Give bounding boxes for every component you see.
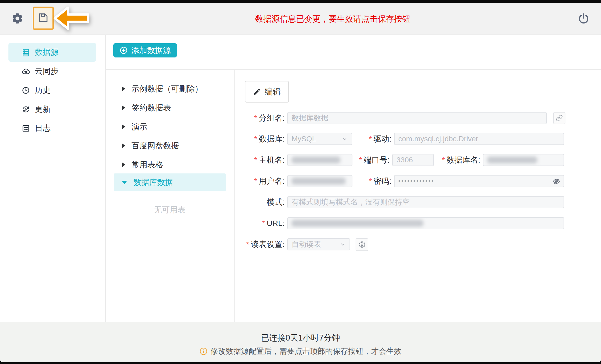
chevron-right-icon[interactable]: [122, 162, 125, 167]
tree-item-label: 示例数据（可删除）: [132, 84, 203, 94]
username-label: * 用户名:: [235, 175, 285, 187]
unsaved-changes-alert: 数据源信息已变更，要生效请点击保存按钮: [255, 14, 410, 23]
sidebar-item-log[interactable]: 日志: [8, 119, 96, 138]
chevron-right-icon[interactable]: [122, 124, 125, 129]
required-asterisk: *: [246, 240, 249, 249]
sidebar-item-datasource[interactable]: 数据源: [8, 43, 96, 62]
sidebar-item-label: 历史: [35, 85, 51, 96]
tree-item-label: 常用表格: [132, 159, 163, 170]
chevron-right-icon[interactable]: [122, 105, 125, 110]
read-table-select[interactable]: 自动读表: [287, 238, 350, 250]
tree-item-label: 数据库数据: [133, 177, 173, 188]
save-icon: [37, 12, 49, 25]
sidebar-item-label: 云同步: [35, 66, 59, 77]
tree-item-database-data[interactable]: 数据库数据: [114, 173, 226, 191]
tree-item-sample-data[interactable]: 示例数据（可删除）: [114, 81, 226, 97]
chevron-down-icon[interactable]: [122, 181, 127, 184]
redacted-value: [487, 157, 537, 163]
app-window: 数据源信息已变更，要生效请点击保存按钮 数据源 云同步 历史 更新 日志: [0, 3, 601, 362]
host-label: * 主机名:: [235, 154, 285, 166]
tree-item-label: 签约数据表: [132, 103, 171, 113]
sidebar-item-label: 数据源: [35, 47, 59, 58]
driver-input[interactable]: com.mysql.cj.jdbc.Driver: [394, 133, 564, 145]
history-icon: [22, 86, 30, 95]
add-datasource-button[interactable]: 添加数据源: [113, 43, 177, 57]
tree-item-common-tables[interactable]: 常用表格: [114, 157, 226, 173]
tree-item-label: 百度网盘数据: [132, 140, 179, 151]
sidebar-item-label: 更新: [35, 104, 51, 115]
arrow-left-icon: [52, 5, 91, 32]
redacted-value: [292, 220, 423, 227]
top-header: 数据源信息已变更，要生效请点击保存按钮: [0, 3, 601, 35]
footer-note: 修改数据源配置后，需要点击顶部的保存按钮，才会生效: [211, 346, 402, 357]
password-input[interactable]: ••••••••••••: [394, 175, 564, 187]
connection-status: 已连接0天1小时7分钟: [0, 332, 601, 343]
plus-circle-icon: [119, 46, 128, 55]
gear-icon: [358, 241, 366, 248]
eye-off-icon[interactable]: [552, 177, 560, 185]
required-asterisk: *: [359, 156, 362, 164]
database-label: * 数据库:: [235, 133, 285, 145]
chevron-right-icon[interactable]: [122, 143, 125, 148]
group-name-label: * 分组名:: [235, 112, 285, 124]
save-button[interactable]: [33, 7, 54, 30]
datasource-icon: [22, 48, 30, 57]
edit-button[interactable]: 编辑: [245, 81, 289, 103]
add-datasource-label: 添加数据源: [131, 45, 171, 56]
edit-button-label: 编辑: [265, 86, 281, 97]
chevron-down-icon: [340, 241, 346, 247]
chevron-right-icon[interactable]: [122, 86, 125, 91]
link-button[interactable]: [553, 112, 565, 124]
log-icon: [22, 124, 30, 133]
tree-item-baidu-netdisk[interactable]: 百度网盘数据: [114, 138, 226, 154]
status-footer: 已连接0天1小时7分钟 修改数据源配置后，需要点击顶部的保存按钮，才会生效: [0, 322, 601, 362]
pencil-icon: [253, 88, 261, 96]
required-asterisk: *: [254, 177, 257, 186]
required-asterisk: *: [262, 219, 265, 228]
tree-item-demo[interactable]: 演示: [114, 119, 226, 135]
info-icon: [200, 347, 207, 355]
url-input[interactable]: [287, 217, 564, 229]
gear-icon[interactable]: [11, 12, 24, 25]
tree-divider: [234, 70, 235, 322]
db-name-label: * 数据库名:: [414, 154, 480, 166]
required-asterisk: *: [369, 134, 372, 143]
tree-item-signed-tables[interactable]: 签约数据表: [114, 100, 226, 116]
sidebar-divider: [105, 35, 106, 322]
sidebar-item-history[interactable]: 历史: [8, 81, 96, 100]
redacted-value: [292, 178, 346, 185]
required-asterisk: *: [442, 156, 445, 164]
url-label: * URL:: [235, 217, 285, 229]
update-icon: [22, 105, 30, 114]
content-divider: [105, 69, 601, 70]
tree-item-label: 演示: [132, 122, 147, 132]
driver-label: * 驱动:: [339, 133, 391, 145]
required-asterisk: *: [254, 114, 257, 123]
required-asterisk: *: [254, 156, 257, 164]
schema-label: * 模式:: [235, 196, 285, 208]
tree-empty-text: 无可用表: [105, 205, 234, 215]
schema-input[interactable]: 有模式则填写模式名，没有则保持空: [287, 196, 564, 208]
sidebar-item-update[interactable]: 更新: [8, 100, 96, 119]
sidebar-item-cloud-sync[interactable]: 云同步: [8, 62, 96, 81]
sidebar-item-label: 日志: [35, 123, 51, 134]
required-asterisk: *: [254, 134, 257, 143]
required-asterisk: *: [369, 177, 372, 186]
read-table-label: * 读表设置:: [235, 238, 285, 250]
password-label: * 密码:: [339, 175, 391, 187]
port-label: * 端口号:: [332, 154, 390, 166]
power-icon[interactable]: [578, 12, 590, 25]
cloud-sync-icon: [22, 67, 30, 76]
read-table-settings-button[interactable]: [356, 238, 368, 251]
link-icon: [556, 115, 563, 122]
db-name-input[interactable]: [483, 154, 564, 166]
group-name-input[interactable]: 数据库数据: [287, 112, 547, 124]
